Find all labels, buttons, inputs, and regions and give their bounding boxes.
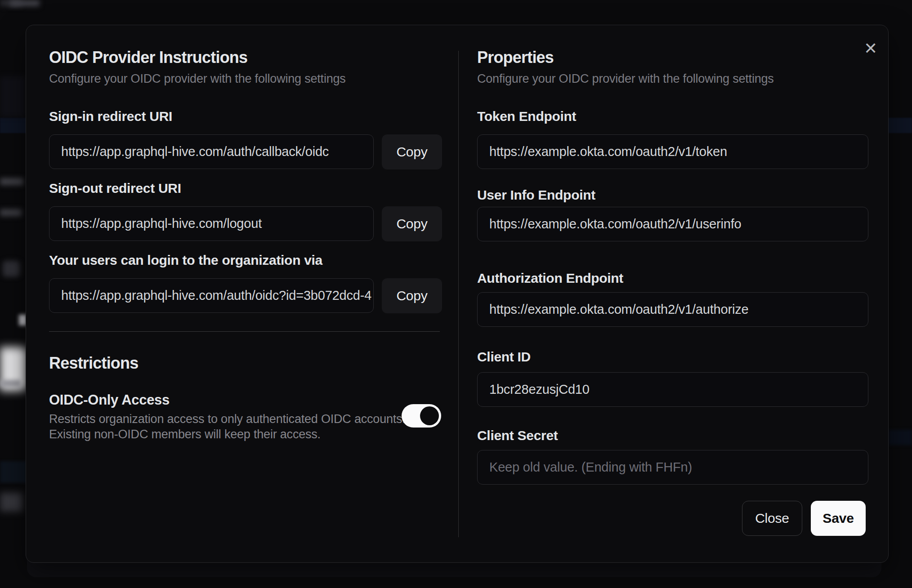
sign-out-redirect-uri-label: Sign-out redirect URI bbox=[49, 181, 181, 196]
user-info-endpoint-input[interactable] bbox=[477, 207, 868, 241]
background-text-blob bbox=[0, 493, 22, 512]
oidc-only-access-label: OIDC-Only Access bbox=[49, 392, 170, 408]
background-navy-stripe bbox=[889, 430, 912, 445]
background-navy-stripe bbox=[0, 461, 27, 483]
copy-login-uri-button[interactable]: Copy bbox=[382, 278, 442, 313]
background-topbar-blob bbox=[0, 0, 22, 6]
background-panel-blob bbox=[0, 76, 26, 117]
sign-out-redirect-uri-input[interactable] bbox=[49, 206, 374, 241]
organization-login-uri-input[interactable] bbox=[49, 278, 374, 313]
oidc-only-access-toggle[interactable] bbox=[402, 404, 441, 428]
background-highlight-text-blob bbox=[0, 380, 21, 387]
client-secret-label: Client Secret bbox=[477, 428, 558, 443]
background-topbar-blob bbox=[10, 0, 40, 6]
copy-sign-in-uri-button[interactable]: Copy bbox=[382, 134, 442, 169]
left-section-divider bbox=[49, 331, 440, 332]
toggle-thumb bbox=[420, 406, 439, 425]
token-endpoint-input[interactable] bbox=[477, 134, 868, 169]
client-id-label: Client ID bbox=[477, 349, 531, 365]
oidc-only-access-description-line2: Existing non-OIDC members will keep thei… bbox=[49, 428, 321, 441]
authorization-endpoint-label: Authorization Endpoint bbox=[477, 271, 623, 286]
organization-login-uri-label: Your users can login to the organization… bbox=[49, 253, 322, 268]
client-id-input[interactable] bbox=[477, 372, 868, 407]
background-text-blob bbox=[0, 209, 22, 216]
dialog-close-button[interactable]: ✕ bbox=[857, 35, 884, 62]
authorization-endpoint-input[interactable] bbox=[477, 292, 868, 327]
right-column-subtitle: Configure your OIDC provider with the fo… bbox=[477, 72, 774, 86]
close-icon: ✕ bbox=[864, 39, 877, 58]
sign-in-redirect-uri-input[interactable] bbox=[49, 134, 374, 169]
column-divider bbox=[458, 51, 459, 537]
left-column-subtitle: Configure your OIDC provider with the fo… bbox=[49, 72, 346, 86]
client-secret-input[interactable] bbox=[477, 450, 868, 485]
background-text-blob bbox=[0, 178, 23, 185]
close-button[interactable]: Close bbox=[742, 501, 802, 536]
background-highlight-bar bbox=[0, 347, 27, 391]
user-info-endpoint-label: User Info Endpoint bbox=[477, 187, 595, 203]
sign-in-redirect-uri-label: Sign-in redirect URI bbox=[49, 109, 172, 124]
oidc-only-access-description-line1: Restricts organization access to only au… bbox=[49, 412, 406, 426]
background-button-blob bbox=[3, 261, 20, 277]
token-endpoint-label: Token Endpoint bbox=[477, 109, 576, 124]
save-button[interactable]: Save bbox=[811, 501, 866, 536]
right-column-title: Properties bbox=[477, 48, 554, 67]
restrictions-title: Restrictions bbox=[49, 354, 138, 373]
oidc-settings-dialog: ✕ OIDC Provider Instructions Configure y… bbox=[26, 25, 889, 563]
left-column-title: OIDC Provider Instructions bbox=[49, 48, 247, 67]
copy-sign-out-uri-button[interactable]: Copy bbox=[382, 206, 442, 241]
